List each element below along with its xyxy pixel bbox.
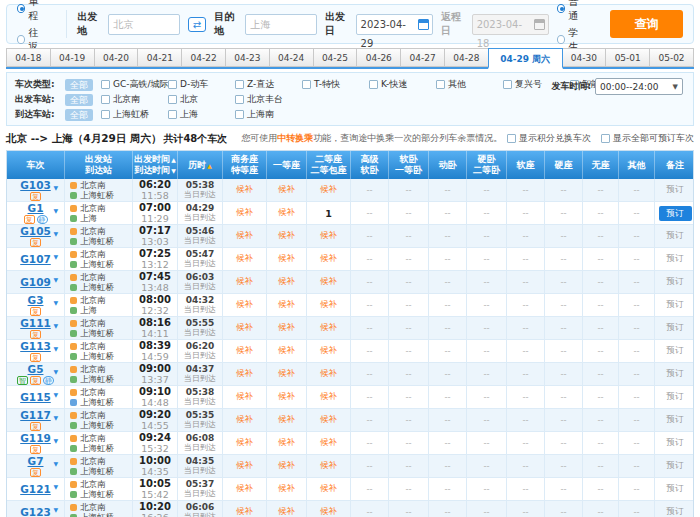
column-header-硬座[interactable]: 硬座 (545, 151, 583, 179)
waitlist-link[interactable]: 候补 (236, 437, 253, 449)
filter-option-上海南[interactable]: 上海南 (235, 108, 302, 121)
expand-arrow-icon[interactable]: ▼ (53, 414, 58, 421)
train-number-link[interactable]: G3 (28, 295, 44, 306)
waitlist-link[interactable]: 候补 (236, 299, 253, 311)
expand-arrow-icon[interactable]: ▼ (53, 299, 58, 306)
waitlist-link[interactable]: 候补 (236, 506, 253, 517)
column-header-其他[interactable]: 其他 (619, 151, 655, 179)
column-header-一等座[interactable]: 一等座 (267, 151, 307, 179)
train-number-link[interactable]: G115 (20, 392, 51, 403)
filter-option-GC-高铁/城际[interactable]: GC-高铁/城际 (101, 78, 168, 91)
waitlist-link[interactable]: 候补 (278, 506, 295, 517)
expand-arrow-icon[interactable]: ▼ (53, 184, 58, 191)
from-input[interactable]: 北京 (108, 14, 179, 35)
waitlist-link[interactable]: 候补 (236, 414, 253, 426)
waitlist-link[interactable]: 候补 (320, 368, 337, 380)
train-number-link[interactable]: G123 (20, 507, 51, 517)
train-number-link[interactable]: G121 (20, 484, 51, 495)
train-number-link[interactable]: G105 (20, 226, 51, 237)
waitlist-link[interactable]: 候补 (320, 391, 337, 403)
swap-stations-icon[interactable]: ⇄ (188, 17, 206, 32)
waitlist-link[interactable]: 候补 (278, 299, 295, 311)
filter-option-上海虹桥[interactable]: 上海虹桥 (101, 108, 168, 121)
train-number-link[interactable]: G107 (20, 254, 51, 265)
train-number-link[interactable]: G1 (28, 203, 44, 214)
waitlist-link[interactable]: 候补 (278, 483, 295, 495)
book-button[interactable]: 预订 (659, 206, 692, 221)
expand-arrow-icon[interactable]: ▼ (53, 368, 58, 375)
expand-arrow-icon[interactable]: ▼ (53, 506, 58, 513)
expand-arrow-icon[interactable]: ▼ (53, 276, 58, 283)
train-number-link[interactable]: G5 (28, 364, 44, 375)
expand-arrow-icon[interactable]: ▼ (53, 207, 58, 214)
waitlist-link[interactable]: 候补 (236, 184, 253, 196)
train-number-link[interactable]: G113 (20, 341, 51, 352)
sort-desc-icon[interactable]: ▼ (171, 167, 176, 174)
waitlist-link[interactable]: 候补 (320, 345, 337, 357)
date-tab-04-19[interactable]: 04-19 (50, 48, 95, 67)
waitlist-link[interactable]: 候补 (278, 345, 295, 357)
date-tab-05-02[interactable]: 05-02 (649, 48, 694, 67)
waitlist-link[interactable]: 候补 (320, 299, 337, 311)
waitlist-link[interactable]: 候补 (320, 483, 337, 495)
waitlist-link[interactable]: 候补 (320, 437, 337, 449)
train-number-link[interactable]: G7 (28, 456, 44, 467)
waitlist-link[interactable]: 候补 (278, 184, 295, 196)
waitlist-link[interactable]: 候补 (278, 253, 295, 265)
waitlist-link[interactable]: 候补 (278, 322, 295, 334)
train-number-link[interactable]: G103 (20, 180, 51, 191)
date-tab-04-18[interactable]: 04-18 (6, 48, 51, 67)
waitlist-link[interactable]: 候补 (236, 253, 253, 265)
depart-date-input[interactable]: 2023-04-29 (356, 14, 433, 35)
filter-option-T-特快[interactable]: T-特快 (302, 78, 369, 91)
filter-option-其他[interactable]: 其他 (436, 78, 503, 91)
column-header-硬卧[interactable]: 硬卧二等卧 (467, 151, 507, 179)
select-all-button[interactable]: 全部 (65, 94, 93, 106)
waitlist-link[interactable]: 候补 (278, 230, 295, 242)
transfer-link[interactable]: 中转换乘 (277, 133, 313, 143)
expand-arrow-icon[interactable]: ▼ (53, 483, 58, 490)
waitlist-link[interactable]: 候补 (320, 414, 337, 426)
date-tab-04-23[interactable]: 04-23 (225, 48, 270, 67)
query-button[interactable]: 查询 (610, 10, 683, 38)
waitlist-link[interactable]: 候补 (320, 253, 337, 265)
filter-option-北京丰台[interactable]: 北京丰台 (235, 93, 302, 106)
waitlist-link[interactable]: 候补 (320, 460, 337, 472)
show-bookable-trains-checkbox[interactable]: 显示全部可预订车次 (601, 132, 694, 145)
calendar-icon[interactable] (418, 19, 429, 30)
depart-time-select[interactable]: 00:00--24:00 ▼ (595, 78, 683, 95)
date-tab-04-20[interactable]: 04-20 (94, 48, 139, 67)
date-tab-04-29[interactable]: 04-29 周六 (488, 48, 563, 69)
waitlist-link[interactable]: 候补 (320, 506, 337, 517)
column-header-高级[interactable]: 高级软卧 (351, 151, 389, 179)
column-header-备注[interactable]: 备注 (655, 151, 695, 179)
date-tab-04-25[interactable]: 04-25 (313, 48, 358, 67)
date-tab-04-24[interactable]: 04-24 (269, 48, 314, 67)
column-header-二等座[interactable]: 二等座二等包座 (307, 151, 351, 179)
filter-option-D-动车[interactable]: D-动车 (168, 78, 235, 91)
waitlist-link[interactable]: 候补 (320, 230, 337, 242)
trip-oneway-radio[interactable]: 单程 (17, 0, 46, 23)
column-header-历时[interactable]: 历时▲ (178, 151, 223, 179)
train-number-link[interactable]: G119 (20, 433, 51, 444)
filter-option-上海[interactable]: 上海 (168, 108, 235, 121)
passenger-normal-radio[interactable]: 普通 (557, 0, 586, 23)
waitlist-link[interactable]: 候补 (278, 437, 295, 449)
waitlist-link[interactable]: 候补 (320, 276, 337, 288)
filter-option-北京南[interactable]: 北京南 (101, 93, 168, 106)
column-header-商务座[interactable]: 商务座特等座 (223, 151, 267, 179)
select-all-button[interactable]: 全部 (65, 109, 93, 121)
waitlist-link[interactable]: 候补 (320, 184, 337, 196)
waitlist-link[interactable]: 候补 (236, 276, 253, 288)
column-header-出发站[interactable]: 出发站到达站 (65, 151, 133, 179)
expand-arrow-icon[interactable]: ▼ (53, 230, 58, 237)
waitlist-link[interactable]: 候补 (236, 460, 253, 472)
waitlist-link[interactable]: 候补 (278, 414, 295, 426)
date-tab-04-27[interactable]: 04-27 (400, 48, 445, 67)
filter-option-Z-直达[interactable]: Z-直达 (235, 78, 302, 91)
sort-asc-icon[interactable]: ▲ (171, 156, 176, 163)
filter-option-北京[interactable]: 北京 (168, 93, 235, 106)
waitlist-link[interactable]: 候补 (278, 207, 295, 219)
date-tab-04-30[interactable]: 04-30 (562, 48, 607, 67)
date-tab-04-21[interactable]: 04-21 (137, 48, 182, 67)
